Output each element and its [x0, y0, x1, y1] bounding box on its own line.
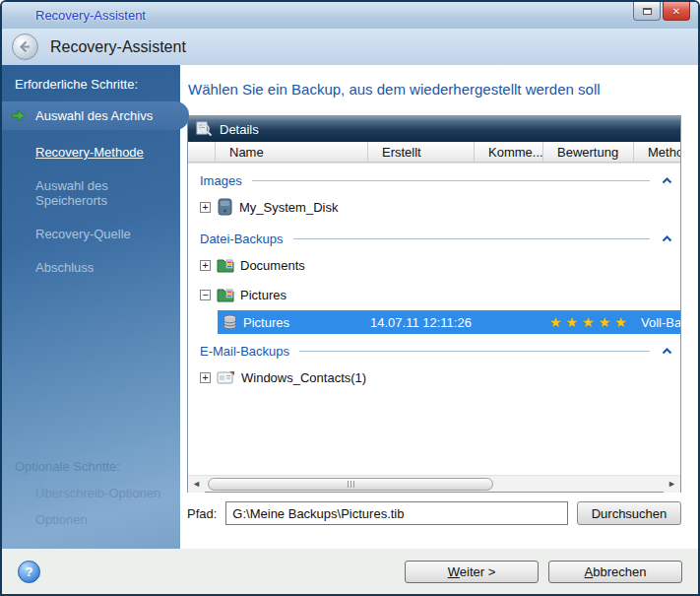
scrollbar-thumb[interactable]	[208, 478, 493, 491]
group-header-images: Images	[188, 168, 680, 192]
sidebar-item-auswahl-des-archivs[interactable]: Auswahl des Archivs	[2, 101, 189, 130]
selected-row-method: Voll-Ba	[641, 315, 680, 330]
next-button[interactable]: Weiter >	[405, 561, 539, 583]
column-header-kommentar[interactable]: Komme...	[475, 142, 543, 163]
details-button[interactable]: Details	[196, 121, 259, 137]
close-button[interactable]: ✕	[663, 2, 690, 21]
tree-row-documents[interactable]: + Documents	[188, 250, 680, 280]
scroll-right-button[interactable]: ►	[664, 476, 680, 493]
required-steps-label: Erforderliche Schritte:	[2, 77, 180, 92]
row-label: Pictures	[240, 288, 286, 302]
row-label: Documents	[240, 258, 305, 273]
close-icon: ✕	[672, 6, 680, 17]
wizard-title: Recovery-Assistent	[50, 38, 186, 56]
details-icon	[196, 121, 213, 137]
restore-button[interactable]	[633, 2, 661, 21]
column-header-name[interactable]: Name	[216, 142, 368, 163]
disk-image-icon	[217, 198, 233, 216]
window-title: Recovery-Assistent	[35, 8, 146, 23]
sidebar-item-auswahl-des-speicherorts: Auswahl des Speicherorts	[2, 172, 120, 214]
browse-button[interactable]: Durchsuchen	[577, 501, 681, 525]
selected-row-created: 14.07.11 12:11:26	[370, 315, 472, 330]
group-header-email-backups: E-Mail-Backups	[188, 339, 680, 363]
collapse-chevron-icon[interactable]	[662, 177, 672, 184]
group-divider	[299, 351, 650, 352]
details-label: Details	[220, 122, 259, 137]
back-button[interactable]	[12, 33, 38, 60]
expand-icon[interactable]: +	[200, 372, 211, 383]
optional-steps-label: Optionale Schritte:	[2, 459, 180, 474]
current-step-arrow-icon	[11, 109, 26, 122]
main-content: Wählen Sie ein Backup, aus dem wiederher…	[180, 65, 698, 549]
cancel-button[interactable]: Abbrechen	[548, 561, 682, 583]
sidebar-item-optionen: Optionen	[2, 508, 180, 531]
footer-bar: ? Weiter > Abbrechen	[2, 549, 698, 594]
selected-backup-row-pictures[interactable]: Pictures 14.07.11 12:11:26 ★★★★★ Voll-Ba	[218, 310, 680, 334]
back-arrow-icon	[18, 39, 32, 54]
column-header-empty[interactable]	[188, 142, 216, 163]
group-label: Datei-Backups	[200, 232, 284, 246]
rating-stars[interactable]: ★★★★★	[549, 314, 631, 330]
collapse-chevron-icon[interactable]	[662, 235, 672, 242]
column-header-erstellt[interactable]: Erstellt	[368, 142, 475, 163]
group-label: E-Mail-Backups	[200, 344, 289, 359]
path-label: Pfad:	[187, 506, 217, 521]
backup-list-panel: Details Name Erstellt Komme... Bewertung…	[187, 115, 681, 493]
file-backup-folder-icon	[217, 287, 234, 302]
wizard-header: Recovery-Assistent	[2, 29, 698, 65]
group-label: Images	[200, 173, 242, 188]
tree-row-pictures[interactable]: − Pictures	[188, 280, 680, 309]
sidebar-item-recovery-quelle: Recovery-Quelle	[2, 221, 180, 247]
expand-icon[interactable]: +	[200, 260, 211, 271]
backup-tree-list: Images +	[188, 164, 680, 475]
steps-sidebar: Erforderliche Schritte: Auswahl des Arch…	[2, 65, 180, 549]
question-mark-icon: ?	[26, 564, 33, 579]
tree-row-windows-contacts[interactable]: + Windows_Contacts(1)	[188, 363, 680, 392]
group-divider	[252, 180, 650, 181]
backup-version-icon	[222, 314, 238, 330]
restore-icon	[643, 8, 652, 15]
selected-row-name: Pictures	[243, 315, 289, 330]
table-header-row: Name Erstellt Komme... Bewertung Metho	[188, 142, 680, 164]
tree-row-my-system-disk[interactable]: + My_System_Disk	[188, 192, 680, 222]
group-header-datei-backups: Datei-Backups	[188, 227, 680, 250]
sidebar-item-recovery-methode[interactable]: Recovery-Methode	[2, 139, 180, 166]
group-divider	[293, 238, 650, 239]
scroll-left-button[interactable]: ◄	[188, 476, 205, 493]
expand-icon[interactable]: +	[200, 202, 211, 213]
file-backup-folder-icon	[217, 257, 234, 273]
sidebar-item-ueberschreib-optionen: Überschreib-Optionen	[2, 482, 180, 504]
path-input[interactable]	[225, 501, 568, 525]
row-label: Windows_Contacts(1)	[241, 370, 366, 385]
collapse-icon[interactable]: −	[200, 290, 211, 300]
column-header-methode[interactable]: Metho	[634, 142, 680, 163]
page-title: Wählen Sie ein Backup, aus dem wiederher…	[188, 81, 681, 98]
sidebar-item-abschluss: Abschluss	[2, 254, 180, 281]
row-label: My_System_Disk	[239, 200, 338, 215]
title-bar[interactable]: Recovery-Assistent ✕	[2, 2, 698, 29]
horizontal-scrollbar[interactable]: ◄ ►	[188, 475, 680, 492]
sidebar-item-label: Auswahl des Archivs	[35, 108, 153, 123]
path-row: Pfad: Durchsuchen	[187, 501, 681, 525]
recovery-assistant-window: Recovery-Assistent ✕ Recovery-Assistent …	[0, 0, 700, 596]
help-button[interactable]: ?	[18, 561, 40, 583]
list-toolbar: Details	[188, 116, 680, 142]
collapse-chevron-icon[interactable]	[662, 348, 672, 355]
contacts-backup-icon	[217, 370, 235, 385]
column-header-bewertung[interactable]: Bewertung	[543, 142, 634, 163]
